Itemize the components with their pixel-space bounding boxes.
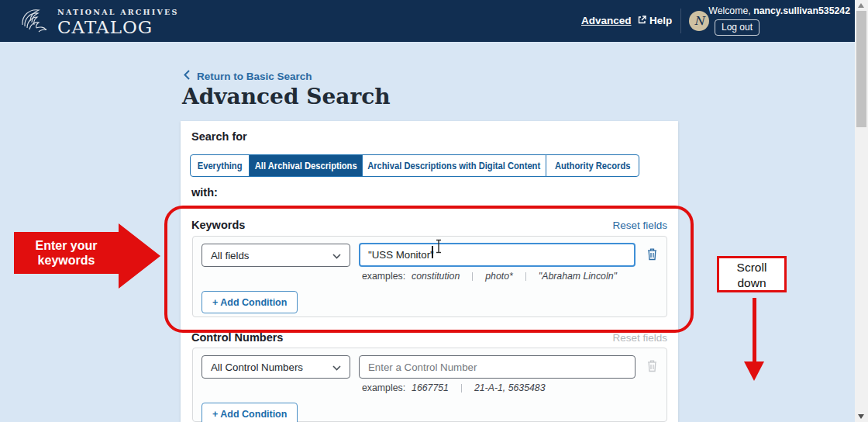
control-numbers-heading: Control Numbers: [191, 331, 283, 344]
scrollbar-up-arrow[interactable]: [858, 3, 864, 8]
tab-authority-records[interactable]: Authority Records: [546, 154, 639, 177]
vertical-scrollbar[interactable]: [855, 0, 868, 422]
control-numbers-reset-fields-link: Reset fields: [612, 332, 667, 344]
control-numbers-examples: examples: 1667751 21-A-1, 5635483: [362, 382, 546, 393]
control-numbers-add-condition-button[interactable]: + Add Condition: [202, 403, 298, 422]
tab-archival-descriptions-with-digital-content[interactable]: Archival Descriptions with Digital Conte…: [362, 154, 546, 177]
app-header: NATIONAL ARCHIVES CATALOG Advanced Help …: [0, 0, 868, 42]
scroll-down-callout: Scroll down: [717, 256, 787, 292]
logo-link[interactable]: NATIONAL ARCHIVES CATALOG: [20, 6, 178, 39]
scroll-down-arrow-head: [744, 361, 764, 381]
chevron-down-icon: [332, 361, 341, 373]
user-avatar: N: [689, 11, 709, 31]
scroll-down-arrow: [753, 298, 756, 363]
page-title: Advanced Search: [182, 84, 391, 109]
enter-keywords-callout: Enter your keywords: [14, 232, 119, 274]
external-link-icon: [638, 15, 646, 26]
header-divider: [680, 9, 681, 33]
username: nancy.sullivan535242: [753, 5, 850, 16]
help-label: Help: [649, 15, 672, 26]
brand-line-1: NATIONAL ARCHIVES: [57, 8, 178, 16]
trash-icon: [646, 363, 658, 375]
scrollbar-down-arrow[interactable]: [858, 414, 864, 419]
welcome-text: Welcome, nancy.sullivan535242: [708, 5, 850, 16]
search-for-label: Search for: [191, 130, 247, 143]
eagle-logo-icon: [20, 6, 51, 39]
search-scope-tabs: Everything All Archival Descriptions Arc…: [190, 154, 639, 177]
chevron-left-icon: [184, 70, 190, 82]
tab-everything[interactable]: Everything: [190, 154, 250, 177]
avatar-initial: N: [694, 14, 704, 28]
control-numbers-field-select[interactable]: All Control Numbers: [202, 355, 350, 379]
with-label: with:: [191, 186, 218, 199]
brand-line-2: CATALOG: [57, 17, 178, 37]
help-nav-link[interactable]: Help: [638, 15, 672, 26]
control-numbers-condition-group: All Control Numbers examples: 1667751 21…: [192, 348, 667, 422]
return-to-basic-search-link[interactable]: Return to Basic Search: [184, 70, 312, 82]
tab-all-archival-descriptions[interactable]: All Archival Descriptions: [249, 154, 363, 177]
advanced-nav-link[interactable]: Advanced: [581, 15, 632, 26]
text-cursor-icon: [433, 239, 444, 257]
scrollbar-thumb[interactable]: [856, 11, 866, 127]
keywords-highlight-box: [164, 206, 694, 333]
back-link-label: Return to Basic Search: [197, 71, 312, 82]
control-numbers-delete-condition-button: [643, 358, 660, 376]
callout-arrow-head: [119, 223, 160, 289]
logout-button[interactable]: Log out: [715, 19, 760, 36]
control-number-input[interactable]: [359, 355, 636, 379]
control-numbers-field-select-value: All Control Numbers: [211, 361, 303, 373]
